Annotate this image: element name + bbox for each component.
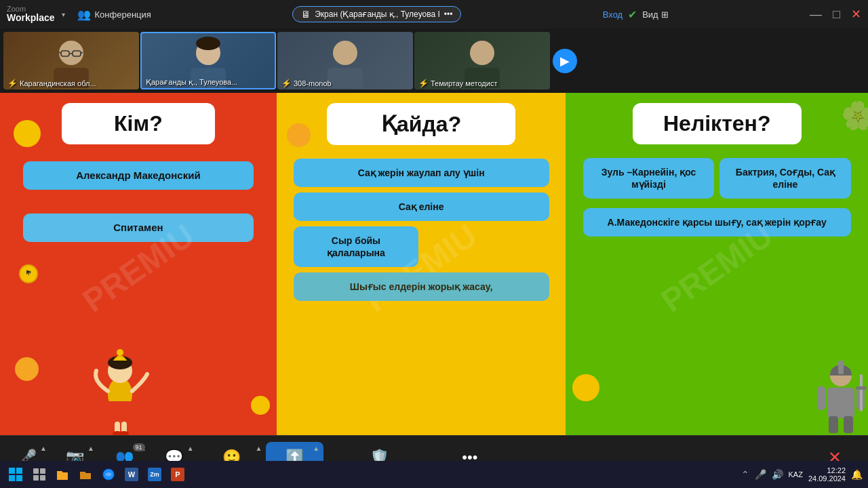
svg-point-0 <box>59 41 83 65</box>
taskbar-clock: 12:22 24.09.2024 <box>808 466 846 483</box>
mid-answer-2[interactable]: Сақ еліне <box>294 192 549 221</box>
yellow-dot-1 <box>14 120 41 147</box>
participants-badge: 91 <box>133 443 145 451</box>
conference-icon: 👥 <box>77 8 91 21</box>
thumb-label-2: Қарағанды қ., Тулеуова... <box>146 78 237 87</box>
minimize-button[interactable]: — <box>810 7 822 22</box>
panel-left: PREMIU Кім? Александр Македонский Спитам… <box>0 93 277 435</box>
svg-rect-24 <box>838 361 844 374</box>
right-answer-0[interactable]: Зуль –Карнейін, қос мүйізді <box>583 158 714 199</box>
maximize-button[interactable]: □ <box>833 7 840 22</box>
svg-rect-22 <box>827 388 854 418</box>
warrior-svg <box>814 354 868 435</box>
chat-arrow-icon[interactable]: ▲ <box>187 445 194 452</box>
view-label: Вид <box>642 9 658 20</box>
screen-share-pill[interactable]: 🖥 Экран (Қарағанды қ., Тулеуова І ••• <box>292 6 461 22</box>
mid-answer-text-2: Сақ еліне <box>399 201 444 212</box>
panel-right: PREMIU 🌸 Неліктен? Зуль –Карнейін, қос м… <box>566 93 868 435</box>
react-arrow-icon[interactable]: ▲ <box>255 445 262 452</box>
taskbar-folder-icon[interactable] <box>76 465 95 484</box>
windows-logo-icon <box>8 467 23 482</box>
yellow-dot-right <box>572 374 599 401</box>
svg-point-17 <box>117 349 123 356</box>
taskbar-language[interactable]: KAZ <box>789 470 803 479</box>
cursor-indicator <box>19 264 38 283</box>
tray-speaker-icon: 🔊 <box>772 469 783 480</box>
right-answer-text-2: А.Македонскіге қарсы шығу, сақ жерін қор… <box>608 217 827 228</box>
mid-answer-text-0: Сақ жерін жаулап алу үшін <box>358 167 485 178</box>
tray-chevron-icon[interactable]: ⌃ <box>741 469 749 480</box>
taskbar-files-icon[interactable] <box>53 465 72 484</box>
mic-off-icon-4: ⚡ <box>418 79 429 88</box>
word-icon: W <box>125 468 138 481</box>
answer-text-spitamen: Спитамен <box>113 222 163 233</box>
taskbar-right: ⌃ 🎤 🔊 KAZ 12:22 24.09.2024 🔔 <box>741 466 863 483</box>
taskbar-browser-icon[interactable] <box>99 465 118 484</box>
svg-rect-31 <box>9 468 15 474</box>
mid-answer-6[interactable]: Шығыс елдерін жорық жасау, <box>294 272 549 301</box>
thumb-name-2: Қарағанды қ., Тулеуова... <box>146 78 237 87</box>
thumb-label-1: ⚡ Карагандинская обл... <box>7 79 96 88</box>
conference-label: Конференция <box>95 9 151 20</box>
clock-date: 24.09.2024 <box>808 474 846 483</box>
right-answers-grid: Зуль –Карнейін, қос мүйізді Бактрия, Соғ… <box>583 158 851 237</box>
notification-icon[interactable]: 🔔 <box>851 469 863 480</box>
shield-icon: ✔ <box>628 8 637 21</box>
left-title-text: Кім? <box>114 111 163 136</box>
orange-dot-1 <box>15 357 39 381</box>
login-button[interactable]: Вход <box>603 9 623 20</box>
close-button[interactable]: ✕ <box>851 7 861 22</box>
taskbar: W Zm P ⌃ 🎤 🔊 KAZ 12:22 24.09.2024 🔔 <box>0 461 868 488</box>
svg-point-12 <box>470 41 494 65</box>
thumb-name-4: Темиртау методист <box>431 79 497 87</box>
thumbnail-4[interactable]: ⚡ Темиртау методист <box>414 32 550 89</box>
svg-rect-33 <box>9 475 15 481</box>
svg-rect-32 <box>16 468 22 474</box>
taskbar-view-icon[interactable] <box>30 465 49 484</box>
share-arrow-icon[interactable]: ▲ <box>313 445 319 452</box>
main-content: PREMIU Кім? Александр Македонский Спитам… <box>0 93 868 435</box>
thumbnail-2[interactable]: Қарағанды қ., Тулеуова... <box>140 32 276 89</box>
screen-more-icon[interactable]: ••• <box>444 9 453 19</box>
clock-time: 12:22 <box>808 466 846 474</box>
warrior-character <box>814 354 868 435</box>
windows-start-button[interactable] <box>5 464 26 485</box>
screen-label: Экран (Қарағанды қ., Тулеуова І <box>315 9 440 19</box>
right-answer-1[interactable]: Бактрия, Соғды, Сақ еліне <box>719 158 850 199</box>
thumbnail-3[interactable]: ⚡ 308-monob <box>277 32 413 89</box>
screen-icon: 🖥 <box>301 9 311 20</box>
view-grid-icon: ⊞ <box>661 9 669 20</box>
mid-answer-0[interactable]: Сақ жерін жаулап алу үшін <box>294 159 549 187</box>
orange-dot-mid <box>287 123 311 147</box>
right-answer-text-0: Зуль –Карнейін, қос мүйізді <box>601 167 696 190</box>
middle-answers-grid: Сақ жерін жаулап алу үшін Сақ еліне Сыр … <box>294 159 549 301</box>
view-button[interactable]: Вид ⊞ <box>642 9 669 20</box>
middle-title-text: Қайда? <box>381 112 461 136</box>
mid-answer-text-4: Сыр бойы қалаларына <box>327 235 385 258</box>
video-arrow-icon[interactable]: ▲ <box>87 445 94 452</box>
right-title-text: Неліктен? <box>663 111 770 136</box>
mid-answer-4[interactable]: Сыр бойы қалаларына <box>294 226 418 267</box>
taskbar-zoom-icon[interactable]: Zm <box>145 465 164 484</box>
panel-middle: PREMIU Қайда? Сақ жерін жаулап алу үшін … <box>277 93 566 435</box>
chevron-down-icon[interactable]: ▾ <box>62 11 65 18</box>
svg-rect-38 <box>40 475 45 481</box>
taskbar-ppt-icon[interactable]: P <box>168 465 187 484</box>
next-thumbnail-button[interactable]: ▶ <box>551 32 578 89</box>
thumbnail-1[interactable]: ⚡ Карагандинская обл... <box>3 32 139 89</box>
workplace-text: Workplace <box>7 13 55 23</box>
svg-rect-25 <box>817 386 825 410</box>
window-controls: — □ ✕ <box>810 7 861 22</box>
answer-btn-aleksandr[interactable]: Александр Македонский <box>23 161 254 190</box>
tray-mic-icon: 🎤 <box>755 469 766 480</box>
svg-rect-11 <box>328 68 363 88</box>
audio-arrow-icon[interactable]: ▲ <box>40 445 47 452</box>
right-title-box: Неліктен? <box>633 103 802 144</box>
left-title-box: Кім? <box>62 103 216 144</box>
taskbar-word-icon[interactable]: W <box>122 465 141 484</box>
svg-rect-37 <box>33 475 39 481</box>
svg-rect-36 <box>40 468 45 474</box>
right-answer-text-1: Бактрия, Соғды, Сақ еліне <box>736 167 835 190</box>
right-answer-2[interactable]: А.Македонскіге қарсы шығу, сақ жерін қор… <box>583 208 851 237</box>
answer-btn-spitamen[interactable]: Спитамен <box>23 214 254 242</box>
